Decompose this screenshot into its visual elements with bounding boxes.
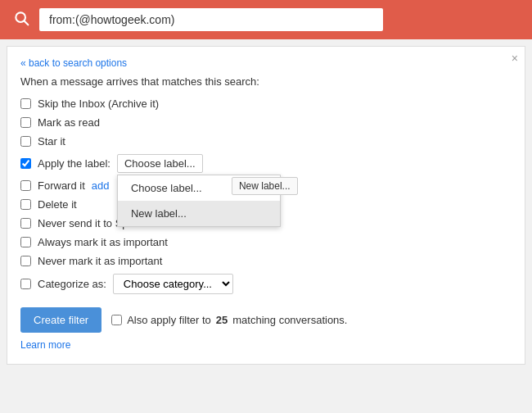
- option-mark-read: Mark as read: [20, 116, 512, 129]
- label-star-it: Star it: [38, 135, 65, 148]
- label-apply-label: Apply the label:: [38, 157, 110, 170]
- filter-options: Skip the Inbox (Archive it) Mark as read…: [20, 98, 512, 294]
- back-link[interactable]: « back to search options: [20, 57, 127, 69]
- also-apply-text: Also apply filter to: [127, 314, 211, 326]
- new-label-tooltip: New label...: [232, 177, 298, 195]
- checkbox-mark-read[interactable]: [20, 117, 31, 128]
- close-button[interactable]: ×: [512, 52, 518, 65]
- search-query[interactable]: from:(@howtogeek.com): [39, 8, 383, 31]
- matching-count: 25: [216, 314, 228, 326]
- main-content: × « back to search options When a messag…: [7, 46, 525, 365]
- option-always-important: Always mark it as important: [20, 236, 512, 248]
- search-bar: from:(@howtogeek.com): [0, 0, 532, 39]
- checkbox-also-apply[interactable]: [111, 315, 122, 325]
- checkbox-never-important[interactable]: [20, 256, 31, 266]
- category-select[interactable]: Choose category...: [113, 274, 233, 294]
- checkbox-star-it[interactable]: [20, 136, 31, 147]
- label-dropdown-container: Choose label... Choose label... New labe…: [117, 154, 203, 173]
- matching-text: matching conversations.: [232, 314, 347, 326]
- label-mark-read: Mark as read: [38, 116, 100, 129]
- option-categorize: Categorize as: Choose category...: [20, 274, 512, 294]
- learn-more-link[interactable]: Learn more: [20, 339, 70, 351]
- option-never-important: Never mark it as important: [20, 255, 512, 267]
- checkbox-categorize[interactable]: [20, 279, 31, 289]
- add-forward-link[interactable]: add: [92, 179, 110, 192]
- label-never-important: Never mark it as important: [38, 255, 162, 267]
- checkbox-delete-it[interactable]: [20, 199, 31, 210]
- label-dropdown-button[interactable]: Choose label...: [117, 154, 203, 173]
- option-star-it: Star it: [20, 135, 512, 148]
- footer-row: Create filter Also apply filter to 25 ma…: [20, 307, 512, 333]
- label-categorize: Categorize as:: [38, 278, 106, 290]
- label-delete-it: Delete it: [38, 198, 77, 211]
- dropdown-item-new-label[interactable]: New label...: [118, 201, 280, 226]
- option-skip-inbox: Skip the Inbox (Archive it): [20, 98, 512, 110]
- checkbox-skip-inbox[interactable]: [20, 98, 31, 109]
- svg-line-1: [25, 20, 29, 25]
- checkbox-apply-label[interactable]: [20, 158, 31, 169]
- checkbox-always-important[interactable]: [20, 237, 31, 247]
- option-apply-label: Apply the label: Choose label... Choose …: [20, 154, 512, 173]
- checkbox-never-spam[interactable]: [20, 218, 31, 229]
- search-icon: [13, 10, 29, 30]
- label-always-important: Always mark it as important: [38, 236, 168, 248]
- intro-text: When a message arrives that matches this…: [20, 75, 512, 88]
- create-filter-button[interactable]: Create filter: [20, 307, 101, 333]
- label-forward-it: Forward it: [38, 179, 85, 192]
- label-skip-inbox: Skip the Inbox (Archive it): [38, 98, 159, 110]
- also-apply-row: Also apply filter to 25 matching convers…: [111, 314, 347, 326]
- checkbox-forward-it[interactable]: [20, 180, 31, 191]
